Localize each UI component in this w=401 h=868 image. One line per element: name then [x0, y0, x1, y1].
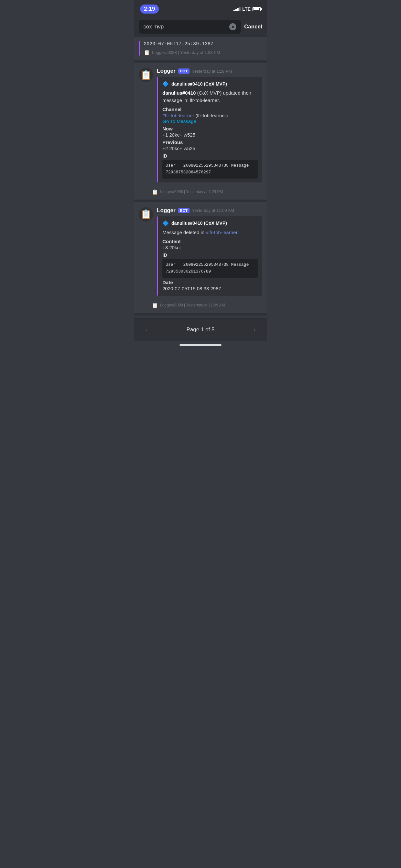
- next-page-button[interactable]: →: [247, 324, 259, 335]
- msg-timestamp-2: Yesterday at 11:09 AM: [192, 208, 234, 213]
- embed-description-2: Message deleted in #lfr-tob-learner: [162, 229, 258, 237]
- truncated-footer: 📋 Logger#6088 | Yesterday at 1:33 PM: [144, 50, 262, 56]
- prev-page-button[interactable]: ←: [142, 324, 154, 335]
- pagination-bar: ← Page 1 of 5 →: [134, 318, 267, 341]
- msg-username-1: Logger: [157, 68, 176, 74]
- embed-author-text-1: danulius#0410 (CoX MVP): [172, 82, 227, 87]
- truncated-footer-text: Logger#6088 | Yesterday at 1:33 PM: [152, 50, 220, 55]
- msg-header-2: Logger BOT Yesterday at 11:09 AM: [157, 207, 262, 214]
- footer-icon-2: 📋: [152, 302, 158, 308]
- now-value-1: +1 20kc+ w525: [162, 132, 258, 137]
- embed-author-1: 🔷 danulius#0410 (CoX MVP): [162, 81, 258, 87]
- msg-timestamp-1: Yesterday at 1:29 PM: [192, 69, 232, 73]
- embed-description-1: danulius#0410 (CoX MVP) updated their me…: [162, 89, 258, 104]
- embed-author-2: 🔷 danulius#0410 (CoX MVP): [162, 220, 258, 226]
- search-input-wrapper[interactable]: cox mvp ✕: [139, 20, 241, 34]
- messages-list: 2020-07-05T17:25:39.138Z 📋 Logger#6088 |…: [134, 37, 267, 315]
- status-right: LTE: [234, 6, 261, 11]
- status-bar: 2:19 LTE: [134, 0, 267, 17]
- msg-username-2: Logger: [157, 207, 176, 214]
- content-label-2: Content: [162, 239, 258, 244]
- home-indicator: [180, 344, 221, 346]
- footer-text-1: Logger#6088 | Yesterday at 1:29 PM: [160, 190, 223, 194]
- msg-footer-2: 📋 Logger#6088 | Yesterday at 11:09 AM: [134, 300, 267, 313]
- previous-value-1: +2 20kc+ w525: [162, 146, 258, 151]
- content-value-2: +3 20kc+: [162, 245, 258, 250]
- footer-icon-1: 📋: [152, 189, 158, 195]
- lte-label: LTE: [243, 6, 251, 11]
- bot-badge-2: BOT: [178, 208, 189, 213]
- truncated-code: 2020-07-05T17:25:39.138Z: [144, 41, 262, 47]
- now-label-1: Now: [162, 126, 258, 131]
- footer-text-2: Logger#6088 | Yesterday at 11:09 AM: [160, 303, 225, 307]
- go-to-message-link-1[interactable]: Go To Message: [162, 119, 258, 124]
- id-code-2: User = 260802255295348738 Message = 7293…: [162, 259, 258, 278]
- status-time: 2:19: [140, 4, 159, 13]
- date-label-2: Date: [162, 280, 258, 285]
- search-bar: cox mvp ✕ Cancel: [134, 17, 267, 37]
- msg-footer-1: 📋 Logger#6088 | Yesterday at 1:29 PM: [134, 186, 267, 199]
- message-entry-1: 📋 Logger BOT Yesterday at 1:29 PM 🔷 danu…: [134, 63, 267, 202]
- id-code-1: User = 260802255295348738 Message = 7293…: [162, 160, 258, 179]
- embed-author-text-2: danulius#0410 (CoX MVP): [172, 221, 227, 226]
- previous-label-1: Previous: [162, 140, 258, 145]
- cancel-search-button[interactable]: Cancel: [244, 24, 262, 30]
- bot-badge-1: BOT: [178, 68, 189, 73]
- date-value-2: 2020-07-05T15:08:33.298Z: [162, 286, 258, 291]
- msg-header-1: Logger BOT Yesterday at 1:29 PM: [157, 68, 262, 74]
- embed-card-2: 🔷 danulius#0410 (CoX MVP) Message delete…: [157, 216, 262, 296]
- logger-avatar-1: 📋: [139, 68, 153, 82]
- page-indicator: Page 1 of 5: [187, 327, 215, 333]
- logger-avatar-2: 📋: [139, 207, 153, 221]
- embed-author-icon-1: 🔷: [162, 81, 169, 87]
- embed-desc-channel-link[interactable]: #lfr-tob-learner: [206, 229, 237, 235]
- home-bar: [134, 341, 267, 348]
- truncated-footer-icon: 📋: [144, 50, 150, 56]
- battery-icon: [252, 7, 261, 11]
- message-entry-2: 📋 Logger BOT Yesterday at 11:09 AM 🔷 dan…: [134, 202, 267, 315]
- id-label-1: ID: [162, 153, 258, 159]
- search-query: cox mvp: [143, 24, 227, 30]
- clear-search-button[interactable]: ✕: [229, 23, 236, 30]
- signal-bars: [234, 7, 241, 11]
- channel-label-1: Channel: [162, 106, 258, 112]
- id-label-2: ID: [162, 252, 258, 258]
- channel-link-1[interactable]: #lfr-tob-learner (lfr-tob-learner): [162, 113, 228, 118]
- embed-author-icon-2: 🔷: [162, 220, 169, 226]
- embed-card-1: 🔷 danulius#0410 (CoX MVP) danulius#0410 …: [157, 77, 262, 182]
- truncated-message-entry: 2020-07-05T17:25:39.138Z 📋 Logger#6088 |…: [134, 37, 267, 63]
